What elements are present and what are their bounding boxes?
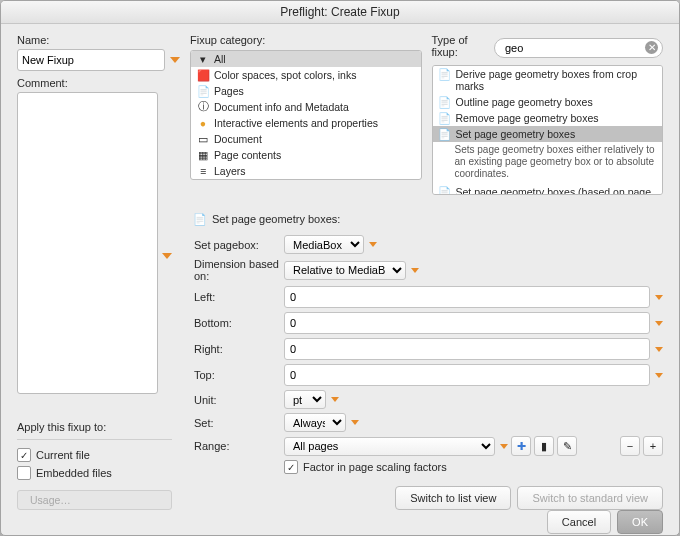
factor-checkbox[interactable] [284,460,298,474]
category-item[interactable]: ●Interactive elements and properties [191,115,421,131]
dropdown-arrow-icon[interactable] [369,242,377,247]
comment-dropdown-icon[interactable] [162,253,172,259]
pagebox-select[interactable]: MediaBox [284,235,364,254]
pdf-icon: 📄 [194,213,206,225]
dimension-label: Dimension based on: [194,258,284,282]
type-item[interactable]: 📄Outline page geometry boxes [433,94,663,110]
type-item[interactable]: 📄Remove page geometry boxes [433,110,663,126]
type-description: Sets page geometry boxes either relative… [433,142,663,184]
unit-select[interactable]: pt [284,390,326,409]
search-input[interactable] [503,41,645,55]
embedded-files-label: Embedded files [36,467,112,479]
pdf-icon: 📄 [439,186,451,195]
category-item[interactable]: ⓘDocument info and Metadata [191,99,421,115]
category-item[interactable]: ≡Layers [191,163,421,179]
left-input[interactable] [284,286,650,308]
usage-button[interactable]: Usage… [17,490,172,510]
range-select[interactable]: All pages [284,437,495,456]
type-item[interactable]: 📄Set page geometry boxes [433,126,663,142]
category-list[interactable]: ▾All 🟥Color spaces, spot colors, inks 📄P… [190,50,422,180]
dropdown-arrow-icon[interactable] [351,420,359,425]
search-field[interactable]: ✕ [494,38,663,58]
filter-icon: ▾ [197,53,209,65]
add-range-button[interactable]: ✚ [511,436,531,456]
category-label: Fixup category: [190,34,422,46]
metadata-icon: ⓘ [197,101,209,113]
switch-standard-button: Switch to standard view [517,486,663,510]
factor-label: Factor in page scaling factors [303,461,447,473]
dropdown-arrow-icon[interactable] [331,397,339,402]
color-icon: 🟥 [197,69,209,81]
current-file-checkbox[interactable] [17,448,31,462]
pages-icon: 📄 [197,85,209,97]
top-input[interactable] [284,364,650,386]
add-button[interactable]: + [643,436,663,456]
form-title: Set page geometry boxes: [212,213,340,225]
dropdown-arrow-icon[interactable] [655,295,663,300]
range-label: Range: [194,440,284,452]
type-item[interactable]: 📄Derive page geometry boxes from crop ma… [433,66,663,94]
tag-button[interactable]: ▮ [534,436,554,456]
right-label: Right: [194,343,284,355]
dropdown-arrow-icon[interactable] [655,373,663,378]
category-item[interactable]: ▾All [191,51,421,67]
dropdown-arrow-icon[interactable] [411,268,419,273]
bottom-label: Bottom: [194,317,284,329]
category-item[interactable]: ▦Page contents [191,147,421,163]
right-input[interactable] [284,338,650,360]
ok-button[interactable]: OK [617,510,663,534]
embedded-files-checkbox[interactable] [17,466,31,480]
contents-icon: ▦ [197,149,209,161]
category-item[interactable]: ▭Document [191,131,421,147]
pdf-icon: 📄 [439,68,451,80]
type-label: Type of fixup: [432,34,487,58]
layers-icon: ≡ [197,165,209,177]
set-select[interactable]: Always [284,413,346,432]
comment-label: Comment: [17,77,172,89]
clear-search-icon[interactable]: ✕ [645,41,658,54]
interactive-icon: ● [197,117,209,129]
dialog-window: Preflight: Create Fixup Name: Comment: A… [0,0,680,536]
set-label: Set: [194,417,284,429]
switch-list-button[interactable]: Switch to list view [395,486,511,510]
category-item[interactable]: 📄Pages [191,83,421,99]
dialog-body: Name: Comment: Apply this fixup to: Curr… [1,24,679,536]
name-input[interactable] [17,49,165,71]
title-bar: Preflight: Create Fixup [1,1,679,24]
document-icon: ▭ [197,133,209,145]
dropdown-arrow-icon[interactable] [655,321,663,326]
pdf-icon: 📄 [439,112,451,124]
current-file-label: Current file [36,449,90,461]
cancel-button[interactable]: Cancel [547,510,611,534]
bottom-input[interactable] [284,312,650,334]
type-list[interactable]: 📄Derive page geometry boxes from crop ma… [432,65,664,195]
comment-textarea[interactable] [17,92,158,394]
type-item[interactable]: 📄Set page geometry boxes (based on page … [433,184,663,195]
name-label: Name: [17,34,172,46]
category-item[interactable]: 🟥Color spaces, spot colors, inks [191,67,421,83]
pdf-icon: 📄 [439,96,451,108]
unit-label: Unit: [194,394,284,406]
edit-button[interactable]: ✎ [557,436,577,456]
remove-button[interactable]: − [620,436,640,456]
form-area: 📄 Set page geometry boxes: Set pagebox: … [190,213,663,478]
dropdown-arrow-icon[interactable] [655,347,663,352]
pdf-icon: 📄 [439,128,451,140]
name-dropdown-icon[interactable] [170,57,180,63]
pagebox-label: Set pagebox: [194,239,284,251]
top-label: Top: [194,369,284,381]
apply-to-label: Apply this fixup to: [17,421,172,433]
left-label: Left: [194,291,284,303]
dropdown-arrow-icon[interactable] [500,444,508,449]
dimension-select[interactable]: Relative to MediaBox [284,261,406,280]
